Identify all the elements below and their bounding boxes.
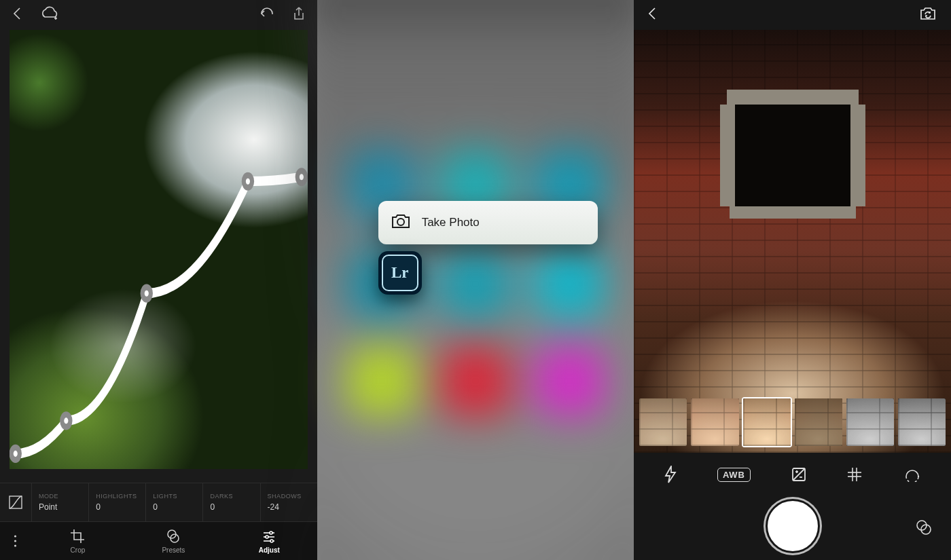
timer-icon[interactable]	[903, 467, 921, 482]
svg-point-32	[921, 525, 931, 534]
curve-parameters-bar: MODE Point HIGHLIGHTS 0 LIGHTS 0 DARKS 0…	[0, 483, 317, 522]
preset-thumb-6[interactable]	[898, 398, 946, 446]
svg-point-17	[266, 536, 268, 538]
editor-topbar	[0, 0, 317, 30]
quick-action-take-photo[interactable]: Take Photo	[378, 201, 598, 244]
svg-point-31	[917, 521, 927, 530]
svg-marker-20	[666, 466, 675, 483]
editor-image[interactable]	[10, 30, 308, 469]
tool-presets[interactable]: Presets	[126, 529, 221, 554]
home-screen-quick-action: Take Photo Lr	[317, 0, 634, 560]
svg-point-16	[270, 531, 272, 534]
back-icon[interactable]	[647, 7, 657, 23]
preset-filter-icon[interactable]	[914, 518, 933, 540]
svg-point-8	[14, 535, 16, 537]
svg-point-3	[62, 415, 70, 427]
more-icon[interactable]	[0, 534, 30, 548]
preset-thumb-2[interactable]	[691, 398, 738, 446]
svg-point-10	[14, 544, 16, 546]
param-mode[interactable]: MODE Point	[32, 483, 89, 521]
preset-thumb-3[interactable]	[743, 398, 791, 446]
switch-camera-icon[interactable]	[918, 6, 937, 24]
grid-icon[interactable]	[847, 467, 862, 482]
param-label: MODE	[39, 493, 82, 500]
tone-curve-points[interactable]	[10, 30, 308, 469]
param-lights[interactable]: LIGHTS 0	[146, 483, 203, 521]
param-highlights[interactable]: HIGHLIGHTS 0	[89, 483, 146, 521]
svg-point-5	[244, 175, 252, 187]
back-icon[interactable]	[12, 7, 22, 23]
svg-point-4	[143, 287, 151, 299]
svg-point-2	[12, 447, 20, 460]
cloud-sync-icon[interactable]	[39, 6, 60, 24]
preset-thumbnails-strip	[639, 398, 946, 446]
undo-icon[interactable]	[259, 7, 275, 22]
shutter-bar	[634, 492, 951, 560]
svg-point-19	[397, 219, 404, 225]
svg-point-30	[918, 476, 919, 477]
camera-viewfinder[interactable]	[634, 30, 951, 453]
preset-thumb-1[interactable]	[639, 398, 687, 446]
camera-controls-row: AWB	[634, 457, 951, 492]
svg-point-9	[14, 540, 16, 542]
white-balance-button[interactable]: AWB	[717, 468, 751, 482]
shutter-button[interactable]	[766, 499, 820, 553]
lightroom-logo-text: Lr	[382, 255, 418, 291]
svg-point-18	[270, 540, 273, 542]
preset-thumb-5[interactable]	[846, 398, 894, 446]
editor-bottom-toolbar: Crop Presets Adjust	[0, 522, 317, 560]
camera-icon	[391, 213, 411, 232]
param-value: Point	[39, 502, 82, 512]
curve-mode-icon[interactable]	[0, 483, 32, 521]
exposure-comp-icon[interactable]	[791, 467, 806, 482]
svg-line-22	[793, 468, 805, 481]
param-darks[interactable]: DARKS 0	[203, 483, 260, 521]
flash-icon[interactable]	[664, 466, 677, 483]
lightroom-app-icon[interactable]: Lr	[378, 251, 422, 295]
camera-topbar	[634, 0, 951, 30]
camera-panel: AWB	[634, 0, 951, 560]
preset-thumb-4[interactable]	[795, 398, 842, 446]
editor-panel: MODE Point HIGHLIGHTS 0 LIGHTS 0 DARKS 0…	[0, 0, 317, 560]
quick-action-label: Take Photo	[422, 216, 480, 229]
tool-crop[interactable]: Crop	[30, 529, 126, 554]
